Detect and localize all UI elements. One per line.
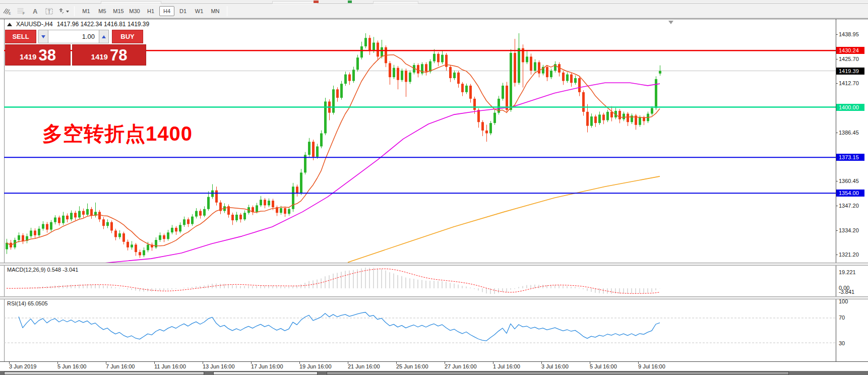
time-tick-mark [9, 362, 10, 364]
time-tick-mark [299, 362, 300, 364]
level-price-label: 1354.00 [836, 190, 864, 197]
clipped-widget [272, 1, 318, 4]
sell-price-display[interactable]: 1419 38 [5, 44, 71, 66]
timeframe-button-mn[interactable]: MN [208, 6, 223, 16]
macd-label: MACD(12,26,9) 0.548 -3.041 [7, 267, 78, 273]
rsi-panel[interactable] [4, 299, 836, 361]
price-tick-mark [836, 133, 838, 133]
clipped-widget [101, 1, 161, 4]
clipped-green-icon [348, 1, 352, 3]
text-box-icon[interactable]: T [43, 6, 56, 17]
time-tick-label: 7 Jun 16:00 [106, 363, 135, 369]
mt4-window: E F A T M1M5M15M30H1H4D1W1MN XAUUSD-,H4 … [0, 0, 868, 375]
price-tick-mark [836, 230, 838, 231]
sell-price-main: 1419 [20, 50, 36, 64]
buy-price-main: 1419 [91, 50, 108, 64]
timeframe-button-m1[interactable]: M1 [79, 6, 94, 16]
grid-period-icon[interactable]: F [15, 6, 28, 17]
price-tick-label: 1438.95 [839, 31, 859, 38]
symbol-label: XAUUSD-,H4 [16, 21, 53, 28]
rsi-axis-label: 100 [839, 298, 848, 305]
time-tick-mark [445, 362, 445, 364]
indicators-icon[interactable]: E [1, 6, 14, 17]
macd-axis-label: 19.221 [839, 269, 856, 276]
rsi-axis-label: 70 [839, 314, 845, 321]
volume-decrease-button[interactable] [38, 30, 48, 43]
volume-increase-button[interactable] [99, 30, 109, 43]
time-tick-label: 13 Jun 16:00 [203, 363, 235, 369]
collapse-arrow-icon[interactable] [7, 23, 12, 26]
time-tick-label: 3 Jul 16:00 [541, 363, 569, 369]
price-tick-mark [836, 255, 838, 255]
buy-price-display[interactable]: 1419 78 [72, 44, 146, 66]
svg-text:A: A [33, 8, 38, 15]
svg-text:T: T [48, 9, 51, 15]
price-tick-mark [836, 83, 838, 84]
time-tick-mark [154, 362, 155, 364]
price-tick-label: 1425.70 [839, 55, 859, 62]
toolbar-separator [74, 6, 75, 16]
one-click-trading-panel: SELL BUY 1419 38 1419 78 [5, 30, 146, 66]
price-tick-mark [836, 181, 838, 181]
time-tick-label: 5 Jul 16:00 [590, 363, 617, 369]
toolbar-separator [227, 6, 227, 16]
svg-text:F: F [23, 12, 25, 15]
clipped-tab [4, 371, 204, 375]
time-tick-label: 19 Jun 16:00 [299, 363, 332, 369]
chart-shift-marker-icon[interactable] [668, 21, 673, 24]
time-tick-mark [251, 362, 252, 364]
buy-button[interactable]: BUY [112, 30, 143, 43]
clipped-tab [213, 371, 318, 375]
time-tick-mark [541, 362, 542, 364]
chart-toolbar: E F A T M1M5M15M30H1H4D1W1MN [0, 5, 868, 18]
macd-axis-label: -3.841 [839, 288, 854, 295]
price-tick-label: 1360.45 [839, 177, 859, 184]
time-tick-label: 11 Jun 16:00 [154, 363, 186, 369]
clipped-upper-toolbar [0, 0, 868, 4]
buy-price-pips: 78 [110, 47, 127, 64]
chevron-up-icon [102, 35, 106, 38]
timeframe-button-h1[interactable]: H1 [143, 6, 158, 16]
price-tick-label: 1347.20 [839, 202, 859, 209]
time-tick-mark [348, 362, 348, 364]
timeframe-button-m30[interactable]: M30 [127, 6, 142, 16]
price-tick-mark [836, 34, 838, 35]
level-price-label: 1400.00 [836, 104, 864, 111]
price-tick-label: 1412.70 [839, 80, 859, 87]
time-tick-label: 27 Jun 16:00 [445, 363, 477, 369]
rsi-axis-label: 30 [839, 340, 845, 347]
time-tick-mark [590, 362, 590, 364]
time-tick-label: 9 Jul 16:00 [638, 363, 665, 369]
level-price-label: 1430.24 [836, 47, 864, 54]
bid-price-label: 1419.39 [836, 68, 864, 75]
time-tick-mark [396, 362, 397, 364]
sell-button[interactable]: SELL [5, 30, 36, 43]
clipped-tab [327, 371, 789, 375]
price-tick-label: 1321.20 [839, 251, 859, 258]
svg-text:E: E [9, 12, 11, 15]
timeframe-button-h4[interactable]: H4 [159, 6, 174, 16]
timeframe-button-d1[interactable]: D1 [175, 6, 191, 16]
clipped-red-icon [314, 1, 319, 3]
time-tick-mark [57, 362, 58, 364]
timeframe-group: M1M5M15M30H1H4D1W1MN [78, 6, 223, 16]
time-axis-border [0, 361, 868, 362]
timeframe-button-m15[interactable]: M15 [111, 6, 126, 16]
time-tick-mark [203, 362, 203, 364]
time-tick-label: 17 Jun 16:00 [251, 363, 283, 369]
macd-panel[interactable] [4, 266, 836, 296]
volume-input[interactable] [48, 30, 99, 43]
time-tick-mark [106, 362, 106, 364]
timeframe-button-m5[interactable]: M5 [95, 6, 110, 16]
timeframe-button-w1[interactable]: W1 [192, 6, 207, 16]
time-tick-label: 3 Jun 2019 [9, 363, 36, 369]
price-tick-label: 1386.45 [839, 129, 859, 136]
level-price-label: 1373.15 [836, 154, 864, 161]
time-tick-label: 25 Jun 16:00 [396, 363, 428, 369]
price-tick-mark [836, 59, 838, 59]
cursor-mode-icon[interactable] [57, 6, 70, 17]
rsi-label: RSI(14) 65.0505 [7, 300, 48, 306]
text-label-icon[interactable]: A [29, 6, 42, 17]
sell-price-pips: 38 [38, 47, 55, 64]
price-tick-label: 1334.20 [839, 227, 859, 234]
